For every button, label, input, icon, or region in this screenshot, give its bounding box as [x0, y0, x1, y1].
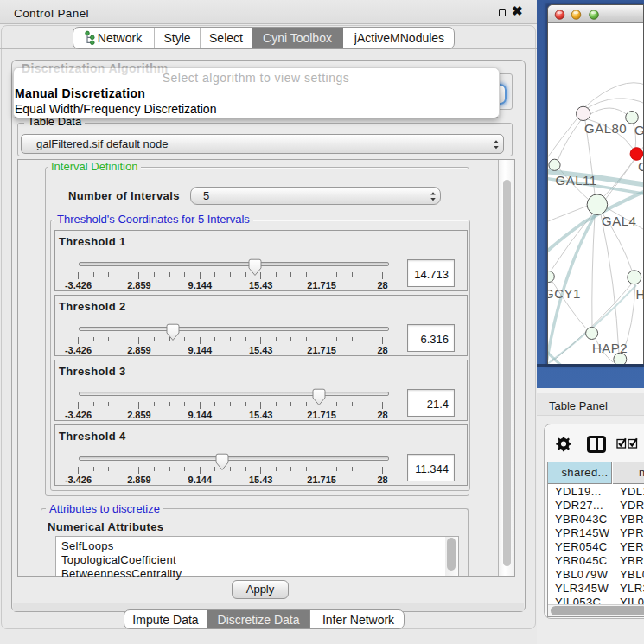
svg-text:H: H	[636, 287, 644, 302]
svg-text:C: C	[638, 159, 644, 174]
svg-text:GA: GA	[634, 123, 644, 137]
svg-text:GCY1: GCY1	[548, 286, 581, 301]
svg-text:GAL11: GAL11	[556, 173, 597, 188]
svg-text:GAL80: GAL80	[584, 121, 627, 136]
svg-text:GAL4: GAL4	[602, 214, 636, 228]
svg-text:HAP2: HAP2	[592, 341, 628, 355]
